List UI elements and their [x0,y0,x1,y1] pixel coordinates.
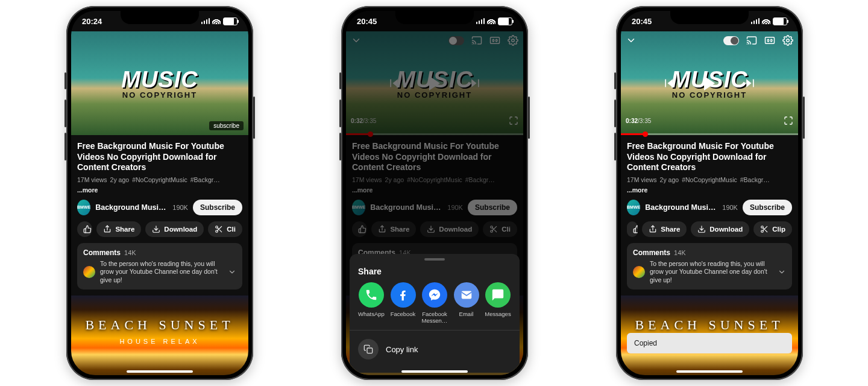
video-age: 2y ago [110,176,130,183]
share-item-label: Facebook [388,311,419,317]
channel-avatar[interactable]: BMWE [627,200,640,215]
sheet-title: Share [350,261,520,279]
email-icon [454,282,479,308]
svg-line-5 [220,230,222,232]
signal-icon [476,18,485,24]
chevron-down-icon [778,268,786,276]
channel-avatar[interactable]: BMWE [77,200,90,215]
chevron-down-icon[interactable] [626,35,637,46]
share-item-label: Facebook Messen… [419,311,450,324]
signal-icon [201,18,210,24]
channel-name[interactable]: Background Music With... [645,203,717,212]
clip-button[interactable]: Cli [208,221,242,237]
subscribe-button[interactable]: Subscribe [743,200,792,215]
fullscreen-icon[interactable] [784,116,793,125]
art-line2: NO COPYRIGHT [122,90,197,100]
video-meta[interactable]: 17M views 2y ago #NoCopyrightMusic #Back… [627,176,792,194]
more-link[interactable]: ...more [77,186,98,194]
video-player[interactable]: MUSIC NO COPYRIGHT 0:32 / [621,31,798,135]
whatsapp-icon [359,282,384,308]
like-button[interactable]: 261K [627,221,638,237]
home-indicator[interactable] [401,370,468,373]
autoplay-toggle[interactable] [723,36,739,45]
notch [121,11,199,24]
notch [670,11,749,24]
rec-art-line1: BEACH SUNSET [621,317,798,333]
total-duration: 3:35 [640,118,651,124]
wifi-icon [762,18,770,24]
msgr-icon [422,282,447,308]
comments-section[interactable]: Comments 14K To the person who's reading… [77,243,242,290]
status-time: 20:45 [632,17,652,26]
hashtag[interactable]: #NoCopyrightMusic [132,176,187,183]
subscribe-button[interactable]: Subscribe [193,200,242,215]
svg-line-6 [218,227,219,229]
share-item-label: WhatsApp [356,311,387,317]
cast-icon[interactable] [746,35,757,46]
share-item-label: Messages [482,311,514,317]
subscribe-overlay[interactable]: subscribe [209,121,244,130]
download-button[interactable]: Download [145,221,204,237]
msg-icon [485,282,511,308]
view-count: 17M views [77,176,107,183]
gear-icon[interactable] [782,35,793,46]
share-sheet: Share WhatsApp Facebook Facebook Messen…… [350,254,520,373]
hashtag[interactable]: #Backgr… [190,176,220,183]
share-button[interactable]: Share [96,221,141,237]
subscriber-count: 190K [722,204,738,211]
view-count: 17M views [627,176,657,183]
svg-rect-22 [367,348,373,353]
rec-thumbnail[interactable]: BEACH SUNSET HOUSE RELAX 55:34 [71,296,248,375]
share-button[interactable]: Share [642,221,687,237]
signal-icon [751,18,760,24]
home-indicator[interactable] [127,370,193,373]
status-time: 20:45 [357,17,377,26]
share-email[interactable]: Email [451,282,482,324]
rec-art-line2: HOUSE RELAX [71,338,248,345]
comments-label: Comments [633,248,670,257]
battery-icon [498,17,512,25]
copy-icon [358,339,379,359]
svg-marker-26 [668,79,673,87]
share-msg[interactable]: Messages [482,282,514,324]
fb-icon [391,282,416,308]
comment-text: To the person who's reading this, you wi… [650,260,773,285]
play-icon[interactable] [704,76,715,90]
art-line1: MUSIC [121,67,198,93]
clip-button[interactable]: Clip [753,221,792,237]
recommended-video[interactable]: BEACH SUNSET HOUSE RELAX 55:34 CC BEACH … [71,296,248,375]
commenter-avatar [83,266,95,278]
hashtag[interactable]: #NoCopyrightMusic [682,176,737,183]
more-link[interactable]: ...more [627,186,647,194]
notch [395,11,474,24]
status-time: 20:24 [82,17,102,26]
channel-name[interactable]: Background Music With... [95,203,168,212]
share-msgr[interactable]: Facebook Messen… [419,282,450,324]
video-title[interactable]: Free Background Music For Youtube Videos… [627,141,792,173]
previous-icon[interactable] [663,77,675,89]
copy-link-button[interactable]: Copy link [350,335,520,363]
commenter-avatar [633,266,645,278]
elapsed-time: 0:32 [626,118,638,124]
next-icon[interactable] [744,77,756,89]
comments-count: 14K [124,249,136,256]
download-button[interactable]: Download [691,221,749,237]
svg-line-35 [766,230,767,232]
video-age: 2y ago [660,176,679,183]
video-player[interactable]: MUSIC NO COPYRIGHT subscribe [71,31,248,135]
comments-section[interactable]: Comments 14K To the person who's reading… [627,243,792,290]
share-fb[interactable]: Facebook [388,282,419,324]
like-button[interactable]: 261K [77,221,92,237]
home-indicator[interactable] [676,370,743,373]
rec-art-line1: BEACH SUNSET [71,317,248,333]
copy-link-label: Copy link [386,345,418,354]
share-whatsapp[interactable]: WhatsApp [356,282,387,324]
video-title[interactable]: Free Background Music For Youtube Videos… [77,141,242,173]
hashtag[interactable]: #Backgr… [740,176,770,183]
svg-rect-24 [766,37,775,44]
captions-icon[interactable] [764,35,775,46]
video-meta[interactable]: 17M views 2y ago #NoCopyrightMusic #Back… [77,176,242,194]
svg-line-36 [763,227,764,229]
like-dislike-chip: 261K [77,221,92,237]
battery-icon [223,17,237,25]
